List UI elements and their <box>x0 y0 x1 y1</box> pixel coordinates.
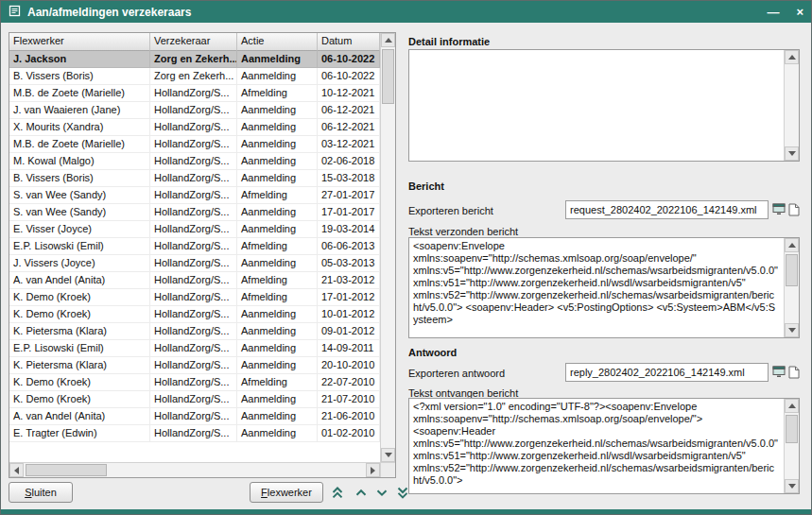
cell-datum: 05-03-2013 <box>318 255 380 272</box>
table-row[interactable]: J. Vissers (Joyce) HollandZorg/S... Aanm… <box>9 255 380 272</box>
double-chevron-up-icon[interactable] <box>327 482 348 503</box>
table-row[interactable]: K. Demo (Kroek) HollandZorg/S... Aanmeld… <box>9 391 380 408</box>
tekst-verzonden-box[interactable]: <soapenv:Envelope xmlns:soapenv="http://… <box>408 237 800 338</box>
column-header-actie[interactable]: Actie <box>237 33 318 51</box>
vertical-scrollbar-thumb[interactable] <box>786 254 798 286</box>
cell-verzekeraar: HollandZorg/S... <box>150 425 237 442</box>
table-row[interactable]: K. Demo (Kroek) HollandZorg/S... Afmeldi… <box>9 374 380 391</box>
cell-datum: 10-01-2012 <box>318 306 380 323</box>
cell-datum: 20-10-2010 <box>318 357 380 374</box>
scroll-down-icon[interactable] <box>381 448 395 462</box>
sluiten-button[interactable]: Sluiten <box>9 482 73 503</box>
scroll-left-icon[interactable] <box>9 463 24 477</box>
chevron-down-icon[interactable] <box>371 482 392 503</box>
table-row[interactable]: J. van Waaieren (Jane) HollandZorg/S... … <box>9 102 380 119</box>
cell-flexwerker: M.B. de Zoete (Marielle) <box>9 136 150 153</box>
cell-verzekeraar: HollandZorg/S... <box>150 340 237 357</box>
scroll-up-icon[interactable] <box>381 33 395 47</box>
cell-verzekeraar: HollandZorg/S... <box>150 357 237 374</box>
cell-flexwerker: K. Demo (Kroek) <box>9 374 150 391</box>
cell-flexwerker: E.P. Lisowski (Emil) <box>9 238 150 255</box>
table-row[interactable]: K. Pietersma (Klara) HollandZorg/S... Aa… <box>9 357 380 374</box>
monitor-icon[interactable] <box>771 364 786 380</box>
vertical-scrollbar-thumb[interactable] <box>382 49 394 104</box>
table-row[interactable]: S. van Wee (Sandy) HollandZorg/S... Afme… <box>9 187 380 204</box>
chevron-up-icon[interactable] <box>351 482 371 503</box>
exporteren-antwoord-field[interactable]: reply_2802402_2022106_142149.xml <box>565 363 769 382</box>
cell-verzekeraar: HollandZorg/S... <box>150 204 237 221</box>
table-row[interactable]: S. van Wee (Sandy) HollandZorg/S... Aanm… <box>9 204 380 221</box>
ontvangen-scrollbar[interactable] <box>784 399 799 493</box>
cell-verzekeraar: HollandZorg/S... <box>150 136 237 153</box>
cell-verzekeraar: HollandZorg/S... <box>150 85 237 102</box>
cell-verzekeraar: HollandZorg/S... <box>150 170 237 187</box>
cell-flexwerker: A. van Andel (Anita) <box>9 272 150 289</box>
file-icon[interactable] <box>786 201 801 217</box>
close-icon[interactable]: × <box>796 6 803 18</box>
double-chevron-down-icon[interactable] <box>392 482 413 503</box>
scroll-down-icon[interactable] <box>785 146 799 161</box>
cell-datum: 17-01-2017 <box>318 204 380 221</box>
scroll-up-icon[interactable] <box>785 238 799 252</box>
cell-flexwerker: A. van Andel (Anita) <box>9 408 150 425</box>
file-icon[interactable] <box>786 364 801 380</box>
cell-actie: Aanmelding <box>237 408 318 425</box>
table-row[interactable]: K. Demo (Kroek) HollandZorg/S... Afmeldi… <box>9 289 380 306</box>
verzonden-scrollbar[interactable] <box>784 238 799 337</box>
exporteren-bericht-field[interactable]: request_2802402_2022106_142149.xml <box>565 200 769 219</box>
cell-datum: 06-12-2021 <box>318 119 380 136</box>
cell-datum: 06-10-2022 <box>318 51 380 68</box>
table-horizontal-scrollbar[interactable] <box>9 462 380 477</box>
cell-flexwerker: S. van Wee (Sandy) <box>9 187 150 204</box>
column-header-flexwerker[interactable]: Flexwerker <box>9 33 150 51</box>
detail-scrollbar[interactable] <box>784 50 799 161</box>
horizontal-scrollbar-thumb[interactable] <box>26 464 107 476</box>
column-header-verzekeraar[interactable]: Verzekeraar <box>150 33 237 51</box>
cell-actie: Aanmelding <box>237 68 318 85</box>
flexwerker-button[interactable]: Flexwerker <box>250 482 323 503</box>
column-header-datum[interactable]: Datum <box>318 33 380 51</box>
scroll-down-icon[interactable] <box>785 323 799 337</box>
vertical-scrollbar-thumb[interactable] <box>786 415 798 443</box>
table-vertical-scrollbar[interactable] <box>380 33 395 462</box>
table-row[interactable]: K. Pietersma (Klara) HollandZorg/S... Aa… <box>9 323 380 340</box>
detail-informatie-text <box>409 50 784 161</box>
table-row[interactable]: A. van Andel (Anita) HollandZorg/S... Aa… <box>9 408 380 425</box>
cell-datum: 09-01-2012 <box>318 323 380 340</box>
cell-actie: Afmelding <box>237 289 318 306</box>
table-row[interactable]: X. Mourits (Xandra) HollandZorg/S... Aan… <box>9 119 380 136</box>
table-row[interactable]: E.P. Lisowski (Emil) HollandZorg/S... Af… <box>9 238 380 255</box>
tekst-ontvangen-box[interactable]: <?xml version="1.0" encoding="UTF-8"?><s… <box>408 398 800 494</box>
cell-actie: Aanmelding <box>237 51 318 68</box>
minimize-icon[interactable]: — <box>767 6 779 18</box>
cell-flexwerker: S. van Wee (Sandy) <box>9 204 150 221</box>
scroll-right-icon[interactable] <box>366 463 380 477</box>
scroll-up-icon[interactable] <box>785 50 799 64</box>
title-bar: Aan/afmeldingen verzekeraars — × <box>1 1 811 23</box>
table-row[interactable]: E. Visser (Joyce) HollandZorg/S... Aanme… <box>9 221 380 238</box>
table-row[interactable]: E.P. Lisowski (Emil) HollandZorg/S... Aa… <box>9 340 380 357</box>
table-row[interactable]: J. Jackson Zorg en Zekerh... Aanmelding … <box>9 51 380 68</box>
table-row[interactable]: M. Kowal (Malgo) HollandZorg/S... Aanmel… <box>9 153 380 170</box>
table-row[interactable]: K. Demo (Kroek) HollandZorg/S... Aanmeld… <box>9 306 380 323</box>
monitor-icon[interactable] <box>771 201 786 217</box>
exporteren-bericht-label: Exporteren bericht <box>408 205 493 216</box>
cell-datum: 21-06-2010 <box>318 408 380 425</box>
document-icon <box>9 5 21 20</box>
cell-actie: Afmelding <box>237 374 318 391</box>
table-row[interactable]: M.B. de Zoete (Marielle) HollandZorg/S..… <box>9 85 380 102</box>
table-row[interactable]: B. Vissers (Boris) HollandZorg/S... Aanm… <box>9 170 380 187</box>
table-row[interactable]: E. Tragter (Edwin) HollandZorg/S... Aanm… <box>9 425 380 442</box>
cell-flexwerker: J. Vissers (Joyce) <box>9 255 150 272</box>
cell-actie: Afmelding <box>237 272 318 289</box>
cell-verzekeraar: HollandZorg/S... <box>150 374 237 391</box>
table-row[interactable]: M.B. de Zoete (Marielle) HollandZorg/S..… <box>9 136 380 153</box>
table-row[interactable]: A. van Andel (Anita) HollandZorg/S... Af… <box>9 272 380 289</box>
table-row[interactable]: B. Vissers (Boris) Zorg en Zekerh... Aan… <box>9 68 380 85</box>
cell-verzekeraar: HollandZorg/S... <box>150 119 237 136</box>
scroll-up-icon[interactable] <box>785 399 799 413</box>
detail-informatie-box[interactable] <box>408 49 800 162</box>
cell-datum: 02-06-2018 <box>318 153 380 170</box>
scroll-down-icon[interactable] <box>785 479 799 493</box>
tekst-verzonden-label: Tekst verzonden bericht <box>408 226 518 237</box>
